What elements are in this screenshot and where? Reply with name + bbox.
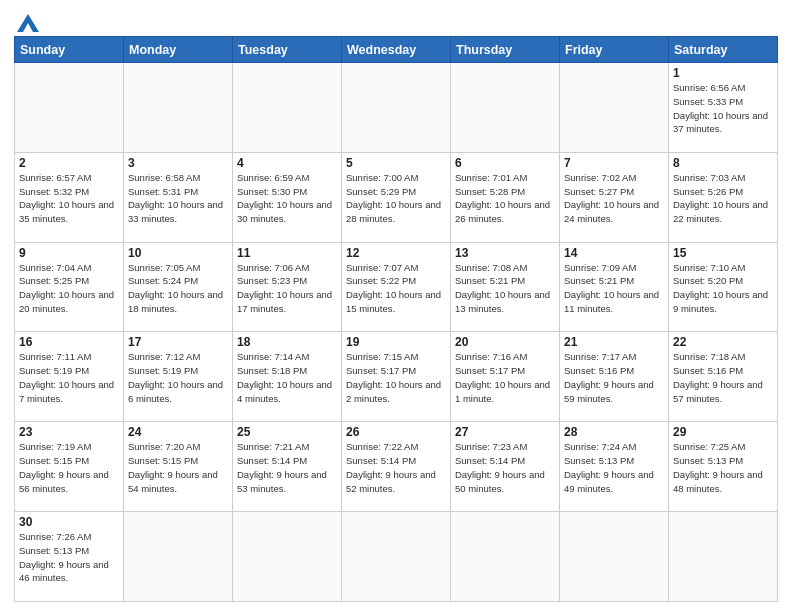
day-number: 18 [237, 335, 337, 349]
day-info: Sunrise: 7:03 AMSunset: 5:26 PMDaylight:… [673, 171, 773, 226]
calendar-cell: 16Sunrise: 7:11 AMSunset: 5:19 PMDayligh… [15, 332, 124, 422]
calendar-cell: 15Sunrise: 7:10 AMSunset: 5:20 PMDayligh… [669, 242, 778, 332]
calendar-cell: 30Sunrise: 7:26 AMSunset: 5:13 PMDayligh… [15, 512, 124, 602]
calendar-cell [451, 63, 560, 153]
day-number: 6 [455, 156, 555, 170]
day-number: 26 [346, 425, 446, 439]
day-info: Sunrise: 7:09 AMSunset: 5:21 PMDaylight:… [564, 261, 664, 316]
calendar-cell: 7Sunrise: 7:02 AMSunset: 5:27 PMDaylight… [560, 152, 669, 242]
weekday-header-wednesday: Wednesday [342, 37, 451, 63]
day-info: Sunrise: 7:01 AMSunset: 5:28 PMDaylight:… [455, 171, 555, 226]
day-info: Sunrise: 7:23 AMSunset: 5:14 PMDaylight:… [455, 440, 555, 495]
calendar-cell [124, 512, 233, 602]
logo [14, 10, 39, 32]
calendar-cell: 6Sunrise: 7:01 AMSunset: 5:28 PMDaylight… [451, 152, 560, 242]
calendar-cell [669, 512, 778, 602]
day-info: Sunrise: 7:16 AMSunset: 5:17 PMDaylight:… [455, 350, 555, 405]
calendar-week-row: 30Sunrise: 7:26 AMSunset: 5:13 PMDayligh… [15, 512, 778, 602]
day-info: Sunrise: 7:10 AMSunset: 5:20 PMDaylight:… [673, 261, 773, 316]
calendar-week-row: 16Sunrise: 7:11 AMSunset: 5:19 PMDayligh… [15, 332, 778, 422]
calendar-cell [342, 63, 451, 153]
day-info: Sunrise: 7:12 AMSunset: 5:19 PMDaylight:… [128, 350, 228, 405]
weekday-header-friday: Friday [560, 37, 669, 63]
calendar-cell: 5Sunrise: 7:00 AMSunset: 5:29 PMDaylight… [342, 152, 451, 242]
calendar-cell: 10Sunrise: 7:05 AMSunset: 5:24 PMDayligh… [124, 242, 233, 332]
calendar-cell: 1Sunrise: 6:56 AMSunset: 5:33 PMDaylight… [669, 63, 778, 153]
calendar-cell: 26Sunrise: 7:22 AMSunset: 5:14 PMDayligh… [342, 422, 451, 512]
day-number: 28 [564, 425, 664, 439]
day-number: 30 [19, 515, 119, 529]
calendar-cell: 19Sunrise: 7:15 AMSunset: 5:17 PMDayligh… [342, 332, 451, 422]
calendar-week-row: 1Sunrise: 6:56 AMSunset: 5:33 PMDaylight… [15, 63, 778, 153]
calendar-cell: 14Sunrise: 7:09 AMSunset: 5:21 PMDayligh… [560, 242, 669, 332]
day-number: 17 [128, 335, 228, 349]
day-info: Sunrise: 7:15 AMSunset: 5:17 PMDaylight:… [346, 350, 446, 405]
calendar-cell: 27Sunrise: 7:23 AMSunset: 5:14 PMDayligh… [451, 422, 560, 512]
calendar-week-row: 23Sunrise: 7:19 AMSunset: 5:15 PMDayligh… [15, 422, 778, 512]
day-info: Sunrise: 7:06 AMSunset: 5:23 PMDaylight:… [237, 261, 337, 316]
day-info: Sunrise: 7:04 AMSunset: 5:25 PMDaylight:… [19, 261, 119, 316]
day-number: 7 [564, 156, 664, 170]
calendar-cell: 4Sunrise: 6:59 AMSunset: 5:30 PMDaylight… [233, 152, 342, 242]
day-number: 29 [673, 425, 773, 439]
calendar-week-row: 2Sunrise: 6:57 AMSunset: 5:32 PMDaylight… [15, 152, 778, 242]
weekday-header-thursday: Thursday [451, 37, 560, 63]
calendar-cell [124, 63, 233, 153]
day-info: Sunrise: 7:00 AMSunset: 5:29 PMDaylight:… [346, 171, 446, 226]
day-info: Sunrise: 7:02 AMSunset: 5:27 PMDaylight:… [564, 171, 664, 226]
day-number: 12 [346, 246, 446, 260]
day-number: 22 [673, 335, 773, 349]
day-info: Sunrise: 7:11 AMSunset: 5:19 PMDaylight:… [19, 350, 119, 405]
calendar-cell: 2Sunrise: 6:57 AMSunset: 5:32 PMDaylight… [15, 152, 124, 242]
calendar-cell: 17Sunrise: 7:12 AMSunset: 5:19 PMDayligh… [124, 332, 233, 422]
day-info: Sunrise: 7:08 AMSunset: 5:21 PMDaylight:… [455, 261, 555, 316]
weekday-header-sunday: Sunday [15, 37, 124, 63]
day-info: Sunrise: 6:56 AMSunset: 5:33 PMDaylight:… [673, 81, 773, 136]
day-number: 11 [237, 246, 337, 260]
logo-icon [17, 14, 39, 32]
day-number: 4 [237, 156, 337, 170]
weekday-header-tuesday: Tuesday [233, 37, 342, 63]
calendar-cell: 29Sunrise: 7:25 AMSunset: 5:13 PMDayligh… [669, 422, 778, 512]
day-info: Sunrise: 7:17 AMSunset: 5:16 PMDaylight:… [564, 350, 664, 405]
calendar-cell: 12Sunrise: 7:07 AMSunset: 5:22 PMDayligh… [342, 242, 451, 332]
calendar-cell: 25Sunrise: 7:21 AMSunset: 5:14 PMDayligh… [233, 422, 342, 512]
day-number: 24 [128, 425, 228, 439]
day-number: 3 [128, 156, 228, 170]
calendar-cell [451, 512, 560, 602]
calendar-cell [560, 63, 669, 153]
calendar-cell [233, 512, 342, 602]
calendar-cell: 8Sunrise: 7:03 AMSunset: 5:26 PMDaylight… [669, 152, 778, 242]
calendar-table: SundayMondayTuesdayWednesdayThursdayFrid… [14, 36, 778, 602]
day-info: Sunrise: 7:05 AMSunset: 5:24 PMDaylight:… [128, 261, 228, 316]
calendar-cell [15, 63, 124, 153]
day-number: 21 [564, 335, 664, 349]
day-number: 19 [346, 335, 446, 349]
day-info: Sunrise: 7:21 AMSunset: 5:14 PMDaylight:… [237, 440, 337, 495]
day-info: Sunrise: 6:57 AMSunset: 5:32 PMDaylight:… [19, 171, 119, 226]
day-info: Sunrise: 7:14 AMSunset: 5:18 PMDaylight:… [237, 350, 337, 405]
day-info: Sunrise: 6:58 AMSunset: 5:31 PMDaylight:… [128, 171, 228, 226]
day-info: Sunrise: 7:07 AMSunset: 5:22 PMDaylight:… [346, 261, 446, 316]
header [14, 10, 778, 32]
weekday-header-saturday: Saturday [669, 37, 778, 63]
calendar-cell: 22Sunrise: 7:18 AMSunset: 5:16 PMDayligh… [669, 332, 778, 422]
day-number: 14 [564, 246, 664, 260]
calendar-cell [233, 63, 342, 153]
day-number: 16 [19, 335, 119, 349]
page: SundayMondayTuesdayWednesdayThursdayFrid… [0, 0, 792, 612]
day-number: 1 [673, 66, 773, 80]
day-info: Sunrise: 7:18 AMSunset: 5:16 PMDaylight:… [673, 350, 773, 405]
calendar-cell: 18Sunrise: 7:14 AMSunset: 5:18 PMDayligh… [233, 332, 342, 422]
calendar-cell: 9Sunrise: 7:04 AMSunset: 5:25 PMDaylight… [15, 242, 124, 332]
day-number: 9 [19, 246, 119, 260]
day-number: 15 [673, 246, 773, 260]
day-info: Sunrise: 7:26 AMSunset: 5:13 PMDaylight:… [19, 530, 119, 585]
day-number: 13 [455, 246, 555, 260]
day-number: 2 [19, 156, 119, 170]
day-info: Sunrise: 6:59 AMSunset: 5:30 PMDaylight:… [237, 171, 337, 226]
calendar-cell: 28Sunrise: 7:24 AMSunset: 5:13 PMDayligh… [560, 422, 669, 512]
weekday-header-row: SundayMondayTuesdayWednesdayThursdayFrid… [15, 37, 778, 63]
day-number: 25 [237, 425, 337, 439]
day-info: Sunrise: 7:20 AMSunset: 5:15 PMDaylight:… [128, 440, 228, 495]
